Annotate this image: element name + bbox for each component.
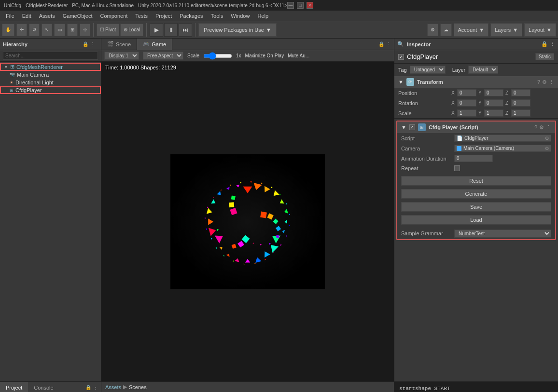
gameobject-active-checkbox[interactable] xyxy=(398,54,404,60)
sample-grammar-select[interactable]: NumberTest Spiral Tree Custom xyxy=(454,230,551,238)
transform-actions: ? ⚙ ⋮ xyxy=(537,79,554,85)
transform-settings-icon[interactable]: ⚙ xyxy=(542,79,547,85)
hierarchy-item-directionallight[interactable]: ☀ Directional Light xyxy=(0,79,101,86)
account-button[interactable]: Account ▼ xyxy=(454,23,489,37)
hierarchy-panel: Hierarchy 🔒 ⋮ ▼ ⊞ CfdgMeshRenderer 📷 Mai… xyxy=(0,39,101,381)
hierarchy-search-input[interactable] xyxy=(3,52,98,60)
static-button[interactable]: Static xyxy=(535,53,554,60)
scale-tool[interactable]: ⤡ xyxy=(42,24,52,36)
sx-label: X xyxy=(451,110,456,116)
hierarchy-more-icon[interactable]: ⋮ xyxy=(90,41,95,47)
minimize-button[interactable]: — xyxy=(287,2,294,9)
scale-x-input[interactable] xyxy=(457,109,476,117)
rect-tool[interactable]: ▭ xyxy=(54,24,65,36)
rot-z-input[interactable] xyxy=(511,99,530,107)
pause-button[interactable]: ⏸ xyxy=(164,23,178,37)
menu-gameobject[interactable]: GameObject xyxy=(59,12,97,20)
rot-x-input[interactable] xyxy=(457,99,476,107)
cfdg-more-icon[interactable]: ⋮ xyxy=(546,124,551,131)
view-tab-icons: 🔒 ⋮ xyxy=(378,41,394,47)
breadcrumb-scenes[interactable]: Scenes xyxy=(129,384,147,390)
breadcrumb-assets[interactable]: Assets xyxy=(105,384,121,390)
menu-assets[interactable]: Assets xyxy=(35,12,59,20)
menu-project[interactable]: Project xyxy=(152,12,176,20)
aspect-select[interactable]: Free Aspect 4:3 16:9 xyxy=(143,52,183,60)
menu-tools[interactable]: Tools xyxy=(207,12,227,20)
menu-component[interactable]: Component xyxy=(96,12,131,20)
menu-window[interactable]: Window xyxy=(227,12,253,20)
script-target-icon[interactable]: ⊙ xyxy=(545,135,549,141)
step-button[interactable]: ⏭ xyxy=(179,23,192,37)
pos-y-input[interactable] xyxy=(484,89,503,96)
custom-tool[interactable]: ⊹ xyxy=(80,24,90,36)
anim-dur-row: Animation Duration xyxy=(397,153,555,163)
hierarchy-item-cfdgplayer[interactable]: ⊞ CfdgPlayer xyxy=(0,86,101,94)
menu-tests[interactable]: Tests xyxy=(131,12,152,20)
bottom-lock-icon[interactable]: 🔒 xyxy=(85,385,91,390)
pos-x-input[interactable] xyxy=(457,89,476,96)
tag-select[interactable]: Untagged xyxy=(410,66,446,74)
move-tool[interactable]: ✛ xyxy=(16,24,27,36)
separator-2 xyxy=(146,23,147,37)
inspector-more-icon[interactable]: ⋮ xyxy=(550,41,555,47)
game-icon: 🎮 xyxy=(143,41,150,47)
collab-icon[interactable]: ⚙ xyxy=(427,24,438,36)
transform-more-icon[interactable]: ⋮ xyxy=(549,79,554,85)
cfdg-help-icon[interactable]: ? xyxy=(534,124,537,131)
close-button[interactable]: ✕ xyxy=(307,2,313,9)
menu-packages[interactable]: Packages xyxy=(176,12,207,20)
console-tab[interactable]: Console xyxy=(28,382,59,392)
scale-y-input[interactable] xyxy=(484,109,503,117)
anim-dur-input[interactable] xyxy=(454,155,493,162)
bottom-right-panel: Assets ▶ Scenes 🎬 CfdgMeshRenderer 🎬 Cfd… xyxy=(101,382,394,392)
display-select[interactable]: Display 1 xyxy=(104,52,139,60)
local-button[interactable]: ⊛ Local xyxy=(120,24,143,36)
rotate-tool[interactable]: ↺ xyxy=(29,24,40,36)
camera-target-icon[interactable]: ⊙ xyxy=(545,146,549,151)
transform-tool[interactable]: ⊞ xyxy=(67,24,78,36)
svg-rect-40 xyxy=(229,202,234,207)
view-more-icon[interactable]: ⋮ xyxy=(386,41,391,47)
repeat-checkbox[interactable] xyxy=(454,165,460,171)
menu-help[interactable]: Help xyxy=(253,12,272,20)
bottom-more-icon[interactable]: ⋮ xyxy=(93,385,98,390)
transform-help-icon[interactable]: ? xyxy=(537,79,540,85)
rot-y-input[interactable] xyxy=(484,99,503,107)
menu-edit[interactable]: Edit xyxy=(18,12,35,20)
z-label: Z xyxy=(505,90,510,95)
pos-z-input[interactable] xyxy=(511,89,530,96)
transform-header[interactable]: ▼ ⟳ Transform ? ⚙ ⋮ xyxy=(394,76,558,88)
cfdg-active-checkbox[interactable] xyxy=(409,124,415,130)
mute-audio-label: Mute Au... xyxy=(288,53,309,58)
inspector-lock-icon[interactable]: 🔒 xyxy=(541,41,548,47)
hierarchy-item-root[interactable]: ▼ ⊞ CfdgMeshRenderer xyxy=(0,63,101,71)
play-button[interactable]: ▶ xyxy=(150,23,163,37)
scale-z-input[interactable] xyxy=(511,109,530,117)
game-tab[interactable]: 🎮 Game xyxy=(137,39,172,50)
view-lock-icon[interactable]: 🔒 xyxy=(378,41,384,47)
layout-button[interactable]: Layout ▼ xyxy=(524,23,556,37)
separator-3 xyxy=(195,23,195,37)
cfdg-script-title: Cfdg Player (Script) xyxy=(429,124,531,130)
tag-label: Tag xyxy=(398,67,407,73)
hierarchy-item-maincamera[interactable]: 📷 Main Camera xyxy=(0,71,101,79)
preview-packages-button[interactable]: Preview Packages in Use ▼ xyxy=(198,23,277,37)
save-button[interactable]: Save xyxy=(401,202,551,212)
project-tab[interactable]: Project xyxy=(0,382,28,392)
scale-slider[interactable] xyxy=(203,53,232,59)
layers-button[interactable]: Layers ▼ xyxy=(490,23,522,37)
generate-button[interactable]: Generate xyxy=(401,189,551,199)
hand-tool[interactable]: ✋ xyxy=(2,24,14,36)
load-button[interactable]: Load xyxy=(401,215,551,225)
pivot-button[interactable]: ☐ Pivot xyxy=(97,24,119,36)
menu-file[interactable]: File xyxy=(2,12,18,20)
cloud-icon[interactable]: ☁ xyxy=(440,24,452,36)
hierarchy-lock-icon[interactable]: 🔒 xyxy=(83,41,88,47)
scale-prop-label: Scale xyxy=(398,110,451,116)
reset-button[interactable]: Reset xyxy=(401,176,551,186)
maximize-button[interactable]: □ xyxy=(297,2,304,9)
cfdg-script-header[interactable]: ▼ ⊞ Cfdg Player (Script) ? ⚙ ⋮ xyxy=(397,122,555,133)
layer-select[interactable]: Default xyxy=(468,66,498,74)
scene-tab[interactable]: 🎬 Scene xyxy=(101,39,137,50)
cfdg-settings-icon[interactable]: ⚙ xyxy=(539,124,544,131)
